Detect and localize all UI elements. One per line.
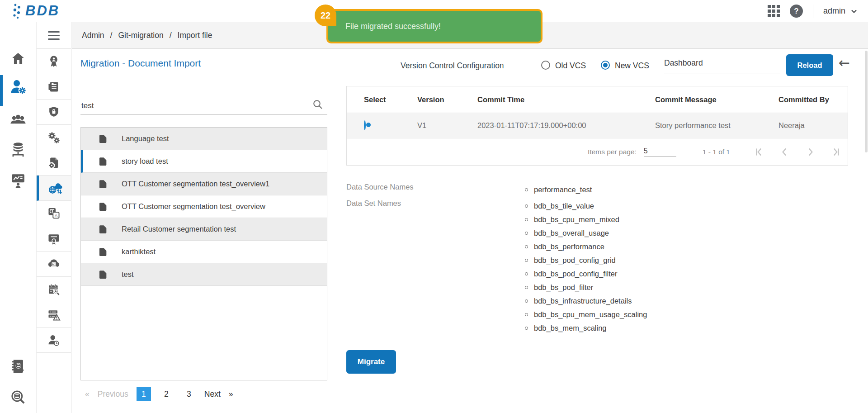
nav-users[interactable] [0,112,36,128]
previous-page-link[interactable]: Previous [98,389,128,399]
col-version: Version [417,95,477,104]
calendar-search-icon [47,283,61,296]
data-set-name: bdb_bs_performance [534,242,604,251]
data-set-name: bdb_bs_pod_config_filter [534,270,617,278]
list-item[interactable]: OTT Customer segmentation test_overview [81,195,327,218]
sidebar-item-data-sync[interactable] [37,252,71,277]
shield-lock-icon [47,105,61,119]
data-set-name: bdb_bs_mem_scaling [534,324,607,332]
toast-message: File migrated successfully! [345,22,441,31]
hamburger-icon [48,31,60,40]
page-2[interactable]: 2 [159,387,174,401]
nav-home[interactable] [0,51,36,66]
server-alert-icon [47,308,61,322]
reload-button[interactable]: Reload [786,54,833,76]
list-item[interactable]: OTT Customer segmentation test_overview1 [81,173,327,195]
nav-admin[interactable] [0,78,36,95]
col-commit-time: Commit Time [477,95,655,104]
raquo[interactable]: » [229,389,233,399]
old-vcs-label[interactable]: Old VCS [555,61,586,71]
search-input[interactable] [81,101,298,110]
list-item-selected[interactable]: story load test [81,150,327,173]
page-title: Migration - Document Import [80,58,201,69]
list-item[interactable]: karthiktest [81,241,327,263]
version-radio[interactable] [364,120,366,130]
logo-text: BDB [25,3,60,19]
certificate-icon [47,232,61,246]
sidebar-item-billing[interactable] [37,74,71,100]
col-committed-by: Committed By [778,95,848,104]
data-source-names-label: Data Source Names [346,183,525,196]
cell-committed-by: Neeraja [778,121,848,130]
breadcrumb-git-migration[interactable]: Git-migration [118,31,163,40]
sidebar-item-configurations[interactable] [37,125,71,150]
bullet-icon [525,218,528,221]
breadcrumb-separator: / [170,31,172,40]
menu-toggle[interactable] [37,22,71,49]
dashboard-person-icon [10,172,26,189]
search-icon[interactable] [312,99,324,110]
cloud-sync-icon [47,257,61,271]
next-page-link[interactable]: Next [204,389,221,399]
version-panel: Select Version Commit Time Commit Messag… [346,86,848,335]
sidebar-item-security[interactable] [37,100,71,125]
prev-page-icon[interactable] [779,146,791,158]
new-vcs-label[interactable]: New VCS [615,61,649,71]
document-name: OTT Customer segmentation test_overview1 [122,180,269,188]
data-set-name: bdb_bs_pod_filter [534,283,593,292]
logo-dots-icon [12,2,24,19]
help-icon[interactable] [790,5,803,18]
list-pagination: « Previous 1 2 3 Next » [80,387,327,401]
col-select: Select [347,95,417,104]
user-menu[interactable]: admin [823,6,858,16]
bdb-logo[interactable]: BDB [12,2,60,19]
sidebar-item-user-sessions[interactable] [37,328,71,353]
bullet-icon [525,327,528,330]
bullet-icon [525,259,528,262]
list-item[interactable]: Retail Customer segmentation test [81,218,327,241]
invoice-icon [47,80,61,94]
document-icon [98,269,108,280]
page-3[interactable]: 3 [182,387,196,401]
nav-data-search[interactable] [0,389,36,406]
new-vcs-radio[interactable] [601,61,610,70]
document-icon [98,201,108,212]
breadcrumb-import-file[interactable]: Import file [178,31,212,40]
list-item[interactable]: test [81,263,327,286]
sidebar-item-server-monitor[interactable] [37,302,71,328]
nav-data[interactable] [0,142,36,158]
items-per-page-select[interactable]: 5 [644,147,676,157]
bullet-icon [525,204,528,208]
list-item[interactable]: Language test [81,128,327,150]
document-icon [98,224,108,235]
translate-icon: A [47,207,61,220]
data-set-name: bdb_bs_cpu_mem_usage_scaling [534,310,647,319]
breadcrumb-admin[interactable]: Admin [82,31,104,40]
page-1[interactable]: 1 [137,387,151,401]
last-page-icon[interactable] [830,146,841,158]
laquo[interactable]: « [85,389,90,399]
migrate-button[interactable]: Migrate [346,350,396,374]
sidebar-item-form-settings[interactable] [37,150,71,176]
sidebar-item-languages[interactable]: A [37,201,71,226]
step-badge: 22 [315,5,336,26]
branch-select[interactable]: Dashboard [664,53,780,73]
cell-commit-message: Story performance test [655,121,778,130]
sidebar-item-user-certification[interactable] [37,49,71,74]
next-page-icon[interactable] [804,146,816,158]
sidebar-item-git-migration[interactable] [37,176,71,201]
apps-grid-icon[interactable] [768,5,780,17]
nav-audit-log[interactable] [0,358,36,375]
first-page-icon[interactable] [754,146,765,158]
document-name: Retail Customer segmentation test [122,225,236,233]
sidebar-item-scheduler[interactable] [37,277,71,302]
gears-icon [47,131,61,144]
scrollbar-thumb[interactable] [865,51,868,152]
sidebar-item-license[interactable] [37,226,71,252]
app-window: BDB admin 22 File migrated successfully! [0,0,868,413]
nav-dashboards[interactable] [0,172,36,189]
book-search-icon [9,358,27,375]
old-vcs-radio[interactable] [541,61,550,70]
back-arrow-icon[interactable] [839,55,850,71]
document-name: test [122,270,134,279]
